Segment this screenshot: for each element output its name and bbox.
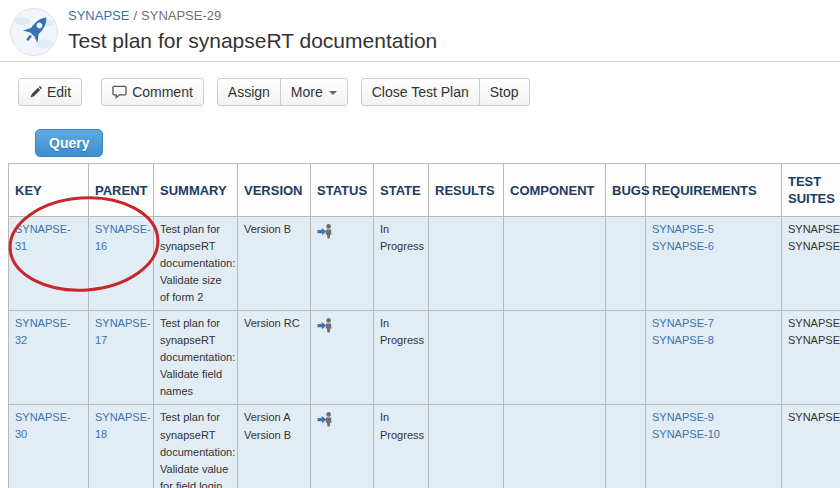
comment-button[interactable]: Comment [101,78,204,106]
breadcrumb-issue-key: SYNAPSE-29 [141,8,221,23]
requirement-link[interactable]: SYNAPSE-10 [652,426,775,443]
summary-cell: Test plan for synapseRT documentation: V… [154,217,238,311]
close-test-plan-label: Close Test Plan [372,84,469,100]
key-cell: SYNAPSE-31 [9,217,89,311]
in-progress-icon [317,411,333,427]
requirements-cell: SYNAPSE-7 SYNAPSE-8 [646,311,782,405]
key-cell: SYNAPSE-30 [9,405,89,488]
comment-button-label: Comment [132,84,193,100]
close-test-plan-button[interactable]: Close Test Plan [361,78,480,106]
breadcrumb-separator: / [133,8,137,23]
key-cell: SYNAPSE-32 [9,311,89,405]
table-row: SYNAPSE-32 SYNAPSE-17 Test plan for syna… [9,311,840,405]
issue-link[interactable]: SYNAPSE-18 [95,409,147,442]
issue-link[interactable]: SYNAPSE-32 [15,315,82,348]
component-cell [504,405,606,488]
summary-cell: Test plan for synapseRT documentation: V… [154,311,238,405]
component-cell [504,311,606,405]
parent-cell: SYNAPSE-16 [89,217,154,311]
requirement-link[interactable]: SYNAPSE-7 [652,315,775,332]
test-suites-cell: SYNAPSE_ SYNAPSE_ [782,217,840,311]
bugs-cell [606,405,646,488]
col-status: STATUS [311,164,374,217]
page-header: SYNAPSE/SYNAPSE-29 Test plan for synapse… [0,0,840,62]
requirement-link[interactable]: SYNAPSE-5 [652,221,775,238]
parent-cell: SYNAPSE-17 [89,311,154,405]
version-cell: Version RC [238,311,311,405]
chevron-down-icon [329,91,337,95]
component-cell [504,217,606,311]
requirement-link[interactable]: SYNAPSE-9 [652,409,775,426]
issue-link[interactable]: SYNAPSE-17 [95,315,147,348]
status-cell [311,311,374,405]
in-progress-icon [317,223,333,239]
issue-link[interactable]: SYNAPSE-31 [15,221,82,254]
test-cases-table-wrap: KEY PARENT SUMMARY VERSION STATUS STATE … [8,163,840,488]
test-cases-table: KEY PARENT SUMMARY VERSION STATUS STATE … [8,163,840,488]
col-results: RESULTS [429,164,504,217]
transition-button-group: Close Test PlanStop [361,78,530,106]
parent-cell: SYNAPSE-18 [89,405,154,488]
issue-link[interactable]: SYNAPSE-16 [95,221,147,254]
col-version: VERSION [238,164,311,217]
test-suites-cell: SYNAPSE_ [782,405,840,488]
col-requirements: REQUIREMENTS [646,164,782,217]
edit-button-label: Edit [47,84,71,100]
issue-link[interactable]: SYNAPSE-30 [15,409,82,442]
table-row: SYNAPSE-30 SYNAPSE-18 Test plan for syna… [9,405,840,488]
col-component: COMPONENT [504,164,606,217]
breadcrumb: SYNAPSE/SYNAPSE-29 [68,8,437,24]
col-state: STATE [374,164,429,217]
state-cell: In Progress [374,217,429,311]
state-cell: In Progress [374,311,429,405]
status-cell [311,217,374,311]
pencil-icon [29,85,42,103]
bugs-cell [606,217,646,311]
project-rocket-avatar [10,8,58,56]
table-header-row: KEY PARENT SUMMARY VERSION STATUS STATE … [9,164,840,217]
more-button-label: More [291,84,323,100]
page-title: Test plan for synapseRT documentation [68,28,437,54]
edit-button[interactable]: Edit [18,78,82,106]
requirement-link[interactable]: SYNAPSE-8 [652,332,775,349]
in-progress-icon [317,317,333,333]
requirements-cell: SYNAPSE-9 SYNAPSE-10 [646,405,782,488]
table-row: SYNAPSE-31 SYNAPSE-16 Test plan for syna… [9,217,840,311]
assign-button-label: Assign [228,84,270,100]
issue-toolbar: Edit Comment AssignMoreClose Test PlanSt… [0,62,840,106]
results-cell [429,311,504,405]
version-cell: Version B [238,217,311,311]
results-cell [429,405,504,488]
col-summary: SUMMARY [154,164,238,217]
state-cell: In Progress [374,405,429,488]
version-cell: Version A Version B [238,405,311,488]
col-test-suites: TEST SUITES [782,164,840,217]
col-parent: PARENT [89,164,154,217]
requirements-cell: SYNAPSE-5 SYNAPSE-6 [646,217,782,311]
assign-button[interactable]: Assign [217,78,281,106]
comment-bubble-icon [112,85,127,103]
test-suites-cell: SYNAPSE_ SYNAPSE_ [782,311,840,405]
bugs-cell [606,311,646,405]
status-cell [311,405,374,488]
summary-cell: Test plan for synapseRT documentation: V… [154,405,238,488]
col-key: KEY [9,164,89,217]
more-dropdown-button[interactable]: More [280,78,348,106]
breadcrumb-project-link[interactable]: SYNAPSE [68,8,129,23]
query-button[interactable]: Query [35,129,103,157]
results-cell [429,217,504,311]
requirement-link[interactable]: SYNAPSE-6 [652,238,775,255]
stop-button[interactable]: Stop [479,78,530,106]
col-bugs: BUGS [606,164,646,217]
stop-button-label: Stop [490,84,519,100]
workflow-button-group: AssignMore [217,78,348,106]
